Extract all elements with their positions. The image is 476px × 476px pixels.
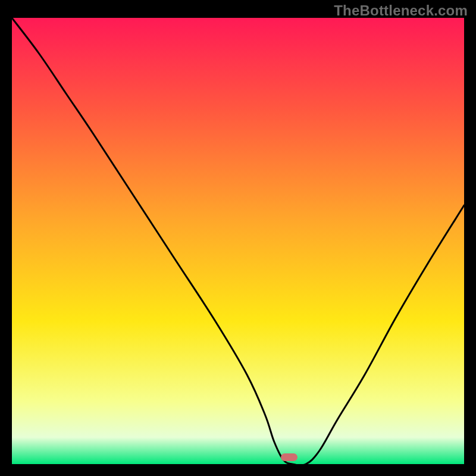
chart-frame: TheBottleneck.com xyxy=(0,0,476,476)
gradient-background xyxy=(12,18,464,464)
watermark-text: TheBottleneck.com xyxy=(334,2,468,19)
optimum-marker xyxy=(281,453,298,461)
plot-area xyxy=(12,18,464,464)
chart-svg xyxy=(12,18,464,464)
